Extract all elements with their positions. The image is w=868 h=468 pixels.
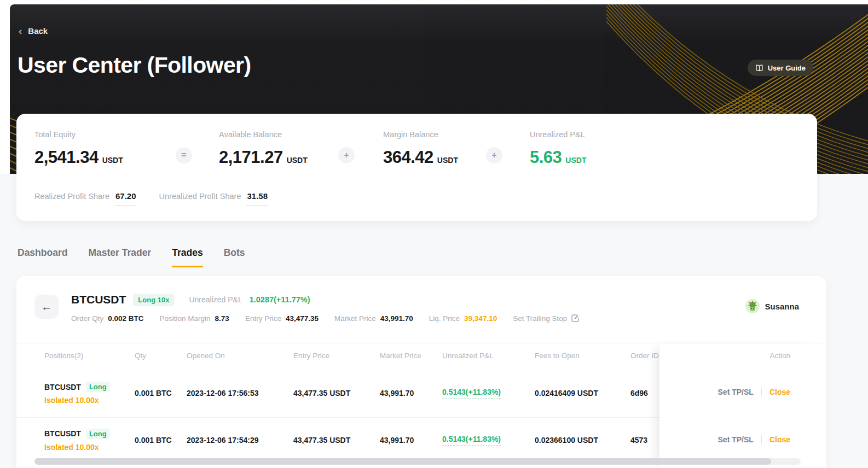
trader-name: Susanna	[765, 302, 799, 311]
position-detail-row: Order Qty 0.002 BTC Position Margin 8.73…	[71, 314, 580, 323]
user-guide-button[interactable]: User Guide	[748, 60, 813, 76]
qty-cell: 0.001 BTC	[135, 436, 172, 444]
stat-label: Margin Balance	[383, 130, 458, 139]
entry-price-cell: 43,477.35 USDT	[293, 436, 350, 444]
profit-share-row: Realized Profit Share 67.20 Unrealized P…	[34, 191, 268, 206]
stat-unit: USDT	[287, 156, 308, 165]
opened-on-cell: 2023-12-06 17:54:29	[187, 436, 259, 444]
qty-cell: 0.001 BTC	[135, 389, 172, 397]
trade-back-button[interactable]: ←	[34, 295, 59, 319]
stat-margin-balance: Margin Balance 364.42 USDT	[383, 130, 458, 167]
symbol-label: BTCUSDT	[71, 293, 126, 306]
profit-share-label: Unrealized Profit Share	[159, 192, 241, 201]
stat-available-balance: Available Balance 2,171.27 USDT	[219, 130, 308, 167]
market-price-cell: 43,991.70	[380, 436, 414, 444]
col-header-order-id: Order ID	[630, 352, 659, 360]
unrealized-pnl-cell: 0.5143(+11.83%)	[442, 435, 501, 446]
fees-to-open-cell: 0.02416409 USDT	[535, 389, 598, 397]
back-label: Back	[28, 26, 48, 36]
back-button[interactable]: ‹ Back	[19, 26, 48, 36]
detail-position-margin: Position Margin 8.73	[160, 314, 229, 323]
action-row: Set TP/SL Close	[718, 435, 790, 444]
opened-on-cell: 2023-12-06 17:56:53	[187, 389, 259, 397]
stat-value: 364.42	[383, 148, 433, 167]
tab-master-trader[interactable]: Master Trader	[88, 247, 151, 267]
col-header-positions: Positions(2)	[44, 352, 83, 360]
stat-value: 5.63	[530, 148, 562, 167]
arrow-left-icon: ←	[41, 301, 52, 313]
balance-summary-card: Total Equity 2,541.34 USDT = Available B…	[16, 114, 817, 221]
stat-label: Unrealized P&L	[530, 130, 586, 139]
stat-value: 2,541.34	[34, 148, 99, 167]
detail-entry-price: Entry Price 43,477.35	[245, 314, 319, 323]
tab-bots[interactable]: Bots	[224, 247, 245, 267]
col-header-fees-to-open: Fees to Open	[535, 352, 580, 360]
col-header-unrealized-pnl: Unrealized P&L	[442, 352, 494, 360]
col-header-qty: Qty	[135, 352, 146, 360]
horizontal-scrollbar-thumb[interactable]	[34, 458, 771, 465]
unrealized-pnl-cell: 0.5143(+11.83%)	[442, 388, 501, 399]
market-price-cell: 43,991.70	[380, 389, 414, 397]
stat-unit: USDT	[437, 156, 458, 165]
page-title: User Center (Follower)	[18, 52, 251, 78]
user-guide-label: User Guide	[768, 64, 806, 72]
set-tpsl-button[interactable]: Set TP/SL	[718, 388, 754, 396]
profit-share-value: 67.20	[115, 191, 136, 206]
col-header-market-price: Market Price	[380, 352, 421, 360]
action-row: Set TP/SL Close	[718, 388, 790, 396]
horizontal-scrollbar-track	[34, 458, 801, 465]
unrealized-profit-share: Unrealized Profit Share 31.58	[159, 191, 268, 206]
chevron-left-icon: ‹	[19, 27, 22, 35]
main-tabs: Dashboard Master Trader Trades Bots	[18, 247, 245, 267]
tab-dashboard[interactable]: Dashboard	[18, 247, 67, 267]
stat-unit: USDT	[565, 156, 586, 165]
equals-icon: =	[176, 147, 192, 163]
stat-total-equity: Total Equity 2,541.34 USDT	[34, 130, 123, 167]
position-header: BTCUSDT Long 10x Unrealized P&L 1.0287(+…	[71, 293, 310, 306]
trade-detail-card: ← BTCUSDT Long 10x Unrealized P&L 1.0287…	[16, 276, 826, 468]
position-cell: BTCUSDT Long Isolated 10.00x	[44, 429, 110, 452]
book-icon	[755, 64, 763, 72]
col-header-opened-on: Opened On	[187, 352, 225, 360]
close-position-button[interactable]: Close	[769, 435, 790, 444]
margin-mode-label: Isolated 10.00x	[44, 443, 110, 452]
col-header-action: Action	[769, 352, 790, 360]
position-cell: BTCUSDT Long Isolated 10.00x	[44, 382, 110, 405]
trader-avatar	[745, 299, 760, 313]
realized-profit-share: Realized Profit Share 67.20	[34, 191, 136, 206]
unrealized-pnl-label: Unrealized P&L	[189, 295, 242, 304]
fees-to-open-cell: 0.02366100 USDT	[535, 436, 598, 444]
edit-icon	[571, 314, 580, 323]
plus-icon: +	[338, 147, 355, 163]
tab-trades[interactable]: Trades	[172, 247, 202, 267]
col-header-entry-price: Entry Price	[293, 352, 329, 360]
set-trailing-stop-button[interactable]: Set Trailing Stop	[513, 314, 580, 323]
unrealized-pnl-value: 1.0287(+11.77%)	[250, 295, 310, 304]
entry-price-cell: 43,477.35 USDT	[293, 389, 350, 397]
row-symbol: BTCUSDT	[44, 383, 81, 391]
row-symbol: BTCUSDT	[44, 429, 81, 438]
side-badge: Long	[86, 382, 110, 392]
stat-unit: USDT	[102, 156, 123, 165]
margin-mode-label: Isolated 10.00x	[44, 396, 110, 405]
profit-share-value: 31.58	[247, 191, 268, 206]
plus-icon: +	[486, 147, 502, 163]
close-position-button[interactable]: Close	[769, 388, 790, 396]
trader-chip[interactable]: Susanna	[745, 299, 799, 313]
detail-market-price: Market Price 43,991.70	[334, 314, 413, 323]
divider	[761, 435, 762, 444]
sticky-action-column: Action Set TP/SL Close Set TP/SL Close	[659, 343, 826, 468]
stat-label: Available Balance	[219, 130, 308, 139]
divider	[761, 388, 762, 396]
order-id-cell: 4573	[630, 436, 647, 444]
side-leverage-badge: Long 10x	[133, 294, 174, 306]
profit-share-label: Realized Profit Share	[34, 192, 109, 201]
detail-order-qty: Order Qty 0.002 BTC	[71, 314, 144, 323]
stat-value: 2,171.27	[219, 148, 283, 167]
order-id-cell: 6d96	[630, 389, 648, 397]
stat-label: Total Equity	[34, 130, 123, 139]
stat-unrealized-pnl: Unrealized P&L 5.63 USDT	[530, 130, 586, 167]
set-tpsl-button[interactable]: Set TP/SL	[718, 435, 754, 444]
detail-liq-price: Liq. Price 39,347.10	[429, 314, 497, 323]
side-badge: Long	[86, 429, 110, 439]
